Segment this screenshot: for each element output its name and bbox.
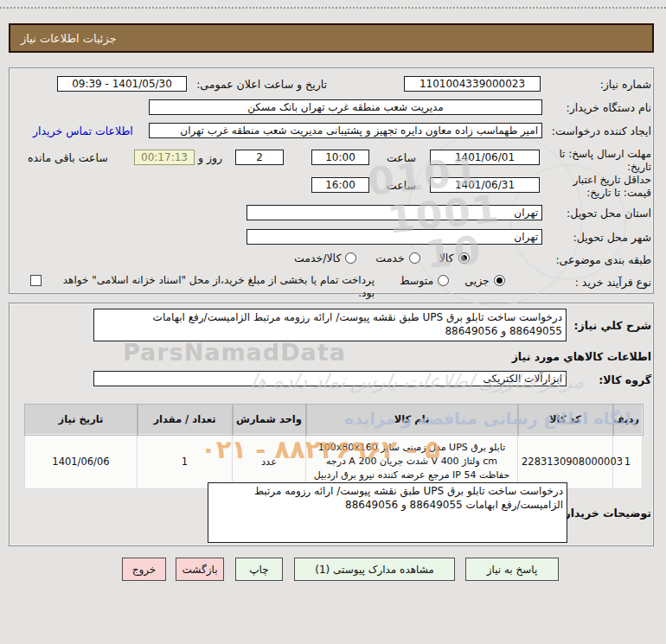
- col-header-item-code: کد کالا: [518, 405, 613, 435]
- radio-unselected-icon[interactable]: [409, 252, 420, 264]
- buyer-org-label: نام دستگاه خریدار:: [567, 101, 651, 114]
- view-attachments-button[interactable]: مشاهده مدارک پیوستی (1): [294, 558, 455, 581]
- radio-option-medium[interactable]: متوسط: [400, 274, 449, 287]
- reply-hour-label: ساعت: [387, 151, 416, 164]
- need-number-field[interactable]: 1101004339000023: [404, 76, 541, 92]
- price-time-field[interactable]: 16:00: [311, 177, 369, 193]
- request-creator-field[interactable]: امیر طهماسب زاده معاون دایره تجهیز و پشت…: [149, 123, 542, 138]
- col-header-unit: واحد شمارش: [233, 405, 306, 435]
- radio-unselected-icon[interactable]: [345, 252, 356, 264]
- buyer-notes-label: توضیحات خریدار:: [560, 507, 651, 520]
- cell-need-date: 1401/06/06: [25, 435, 138, 489]
- goods-table-row: 1 2283130908000003 تابلو برق UPS مدل زمی…: [25, 435, 643, 489]
- reply-to-need-button[interactable]: پاسخ به نیاز: [465, 558, 559, 581]
- subject-class-label: طبقه بندی موضوعی:: [555, 253, 651, 266]
- buyer-notes-field[interactable]: درخواست ساخت تابلو برق UPS طبق نقشه پیوس…: [208, 482, 567, 543]
- days-remaining-field[interactable]: 2: [235, 150, 284, 165]
- radio-option-service[interactable]: خدمت: [375, 252, 419, 265]
- top-dotted-divider: [0, 7, 666, 9]
- radio-option-goods[interactable]: کالا: [439, 252, 470, 265]
- days-label: روز و: [198, 151, 222, 164]
- back-button[interactable]: بازگشت: [176, 558, 224, 581]
- radio-option-label: جزیی: [464, 274, 490, 287]
- purchase-type-radio-group: جزیی متوسط: [400, 274, 505, 287]
- page-title: جزئیات اطلاعات نیاز: [21, 32, 117, 45]
- delivery-province-field[interactable]: تهران: [247, 205, 542, 220]
- treasury-checkbox[interactable]: [30, 275, 42, 286]
- cell-item-code: 2283130908000003: [518, 435, 613, 489]
- reply-deadline-date-field[interactable]: 1401/06/01: [430, 150, 540, 165]
- price-validity-label: حداقل تاریخ اعتبار قیمت: تا تاریخ:: [554, 174, 651, 200]
- treasury-payment-checkrow: پرداخت تمام یا بخشی از مبلغ خرید،از محل …: [30, 274, 375, 300]
- need-desc-field[interactable]: درخواست ساخت تابلو برق UPS طبق نقشه پیوس…: [93, 309, 567, 341]
- reply-time-field[interactable]: 10:00: [311, 150, 369, 165]
- col-header-row-no: ردیف: [613, 405, 643, 435]
- col-header-item-name: نام کالا: [306, 405, 518, 435]
- goods-group-field[interactable]: ابزارآلات الکتریکی: [93, 371, 567, 386]
- announce-datetime-field[interactable]: 1401/05/30 - 09:39: [57, 76, 187, 92]
- delivery-city-label: شهر محل تحویل:: [573, 231, 651, 244]
- purchase-type-label: نوع فرآیند خرید :: [575, 276, 651, 289]
- radio-option-label: کالا/خدمت: [294, 252, 341, 265]
- goods-section-header: اطلاعات كالاهاي مورد نياز: [512, 350, 651, 363]
- goods-table: ردیف کد کالا نام کالا واحد شمارش تعداد /…: [24, 404, 643, 489]
- cell-quantity: 1: [138, 435, 233, 489]
- need-details-page: جزئیات اطلاعات نیاز شماره نیاز: 11010043…: [0, 0, 666, 644]
- col-header-quantity: تعداد / مقدار: [138, 405, 233, 435]
- radio-option-label: کالا: [439, 252, 454, 265]
- need-desc-label: شرح كلي نياز:: [574, 319, 651, 332]
- buyer-org-field[interactable]: مدیریت شعب منطقه غرب تهران بانک مسکن: [149, 99, 542, 115]
- print-button[interactable]: چاپ: [235, 558, 283, 581]
- delivery-province-label: استان محل تحویل:: [567, 207, 651, 220]
- reply-deadline-label: مهلت ارسال پاسخ: تا تاریخ:: [554, 148, 651, 174]
- radio-option-label: متوسط: [400, 274, 433, 287]
- buyer-contact-link[interactable]: اطلاعات تماس خریدار: [33, 124, 133, 137]
- price-hour-label: ساعت: [387, 179, 416, 192]
- radio-unselected-icon[interactable]: [438, 275, 449, 286]
- radio-option-partial[interactable]: جزیی: [464, 274, 505, 287]
- price-validity-date-field[interactable]: 1401/06/31: [430, 177, 540, 193]
- cell-item-name: تابلو برق UPS مدل زمینی سایز 100x80x160 …: [306, 435, 518, 489]
- page-title-bar: جزئیات اطلاعات نیاز: [9, 23, 654, 53]
- countdown-label: ساعت باقی مانده: [28, 151, 108, 164]
- request-creator-label: ایجاد کننده درخواست:: [552, 124, 651, 137]
- subject-class-radio-group: کالا خدمت کالا/خدمت: [294, 252, 470, 265]
- col-header-need-date: تاریخ نیاز: [25, 405, 138, 435]
- radio-option-label: خدمت: [375, 252, 404, 265]
- radio-option-goods-service[interactable]: کالا/خدمت: [294, 252, 356, 265]
- announce-datetime-label: تاریخ و ساعت اعلان عمومی:: [196, 78, 327, 91]
- treasury-checkbox-label: پرداخت تمام یا بخشی از مبلغ خرید،از محل …: [48, 274, 375, 300]
- radio-selected-icon[interactable]: [458, 252, 470, 264]
- countdown-timer: 00:17:13: [134, 150, 195, 165]
- cell-unit: عدد: [233, 435, 306, 489]
- goods-group-label: گروه كالا:: [599, 373, 651, 386]
- delivery-city-field[interactable]: تهران: [247, 229, 542, 245]
- goods-table-header-row: ردیف کد کالا نام کالا واحد شمارش تعداد /…: [25, 405, 643, 435]
- radio-selected-icon[interactable]: [494, 275, 505, 286]
- exit-button[interactable]: خروج: [122, 558, 166, 581]
- need-number-label: شماره نیاز:: [600, 78, 651, 91]
